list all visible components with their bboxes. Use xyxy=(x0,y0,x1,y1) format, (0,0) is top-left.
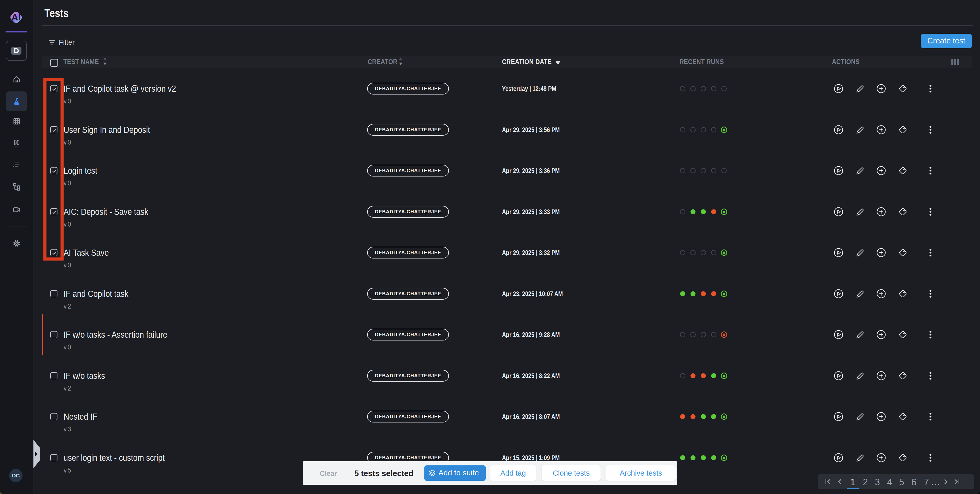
svg-text:AI: AI xyxy=(11,12,21,22)
